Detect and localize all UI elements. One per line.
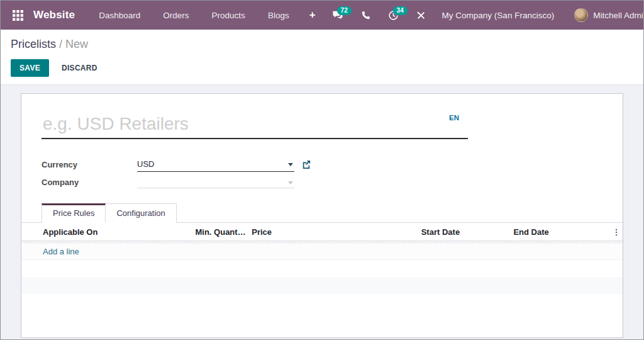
app-brand[interactable]: Website <box>33 9 75 21</box>
company-select[interactable] <box>137 176 294 188</box>
header-price[interactable]: Price <box>252 227 421 237</box>
tab-price-rules[interactable]: Price Rules <box>42 203 106 223</box>
pricelist-name-block: EN <box>42 113 468 139</box>
new-content-button[interactable]: + <box>301 3 325 28</box>
form-sheet: EN Currency USD <box>21 93 623 338</box>
menu-blogs[interactable]: Blogs <box>257 3 301 28</box>
messages-button[interactable]: 72 <box>325 5 351 25</box>
top-navbar: Website Dashboard Orders Products Blogs … <box>1 1 643 30</box>
empty-list-row <box>21 294 623 311</box>
price-rules-header-row: Applicable On Min. Quant… Price Start Da… <box>21 223 623 241</box>
field-group: Currency USD Company <box>42 156 623 191</box>
apps-grid-icon <box>13 10 23 21</box>
main-menu: Dashboard Orders Products Blogs + <box>87 3 324 28</box>
discard-button[interactable]: DISCARD <box>53 59 106 77</box>
currency-label: Currency <box>42 160 137 169</box>
header-min-quantity[interactable]: Min. Quant… <box>195 227 252 237</box>
header-start-date[interactable]: Start Date <box>421 227 514 237</box>
empty-list-row <box>21 277 623 294</box>
tools-button[interactable] <box>409 6 433 25</box>
company-switcher[interactable]: My Company (San Francisco) <box>436 11 565 20</box>
translation-lang-button[interactable]: EN <box>449 114 459 122</box>
control-panel: Pricelists / New SAVE DISCARD <box>1 30 643 85</box>
apps-menu-button[interactable] <box>9 7 26 23</box>
external-link-icon[interactable] <box>302 160 311 169</box>
currency-field-row: Currency USD <box>42 156 623 173</box>
menu-products[interactable]: Products <box>201 3 257 28</box>
user-menu[interactable]: Mitchell Admin <box>567 8 644 22</box>
odoo-window: Website Dashboard Orders Products Blogs … <box>0 0 644 340</box>
activities-button[interactable]: 34 <box>380 5 406 26</box>
breadcrumb-current: New <box>65 38 88 50</box>
breadcrumb: Pricelists / New <box>11 38 633 51</box>
notebook-tabs: Price Rules Configuration <box>21 203 623 223</box>
phone-icon <box>361 11 370 20</box>
pricelist-name-input[interactable] <box>42 113 468 139</box>
add-line-row: Add a line <box>21 244 623 260</box>
save-button[interactable]: SAVE <box>11 59 49 77</box>
company-label: Company <box>42 178 137 187</box>
currency-select[interactable]: USD <box>137 157 294 172</box>
form-view: EN Currency USD <box>1 85 643 339</box>
header-end-date[interactable]: End Date <box>513 227 610 237</box>
user-avatar <box>574 8 588 22</box>
company-value[interactable] <box>137 176 294 188</box>
messages-count-badge: 72 <box>337 6 352 15</box>
company-field-row: Company <box>42 173 623 191</box>
tools-icon <box>416 11 426 20</box>
header-applicable-on[interactable]: Applicable On <box>43 227 195 237</box>
activities-count-badge: 34 <box>393 6 408 15</box>
menu-orders[interactable]: Orders <box>152 3 200 28</box>
currency-value[interactable]: USD <box>137 157 294 172</box>
chevron-down-icon[interactable] <box>288 181 293 184</box>
menu-dashboard[interactable]: Dashboard <box>87 3 152 28</box>
tab-configuration[interactable]: Configuration <box>106 203 176 223</box>
add-a-line-link[interactable]: Add a line <box>43 247 79 256</box>
empty-list-row <box>21 260 623 277</box>
chevron-down-icon[interactable] <box>288 163 293 166</box>
breadcrumb-separator: / <box>59 38 62 50</box>
user-name: Mitchell Admin <box>593 11 644 20</box>
breadcrumb-pricelists[interactable]: Pricelists <box>11 38 56 50</box>
column-options-icon[interactable]: ⋮ <box>610 227 623 237</box>
phone-button[interactable] <box>353 6 378 25</box>
